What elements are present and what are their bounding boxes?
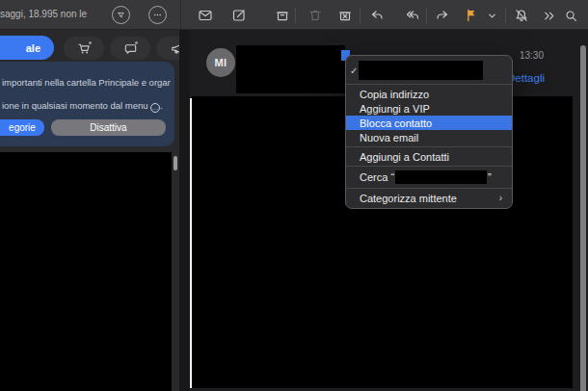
tab-transactions[interactable] xyxy=(64,37,104,60)
mail-window: saggi, 18.995 non letti xyxy=(0,0,588,391)
forward-icon[interactable] xyxy=(433,6,452,25)
trash-icon[interactable] xyxy=(306,6,325,25)
menu-separator xyxy=(346,84,512,85)
mark-email-icon[interactable] xyxy=(196,6,215,25)
mailbox-status-text: saggi, 18.995 non letti xyxy=(0,9,87,19)
menu-item-add-vip[interactable]: Aggiungi a VIP xyxy=(346,101,512,116)
menu-separator xyxy=(346,188,512,189)
menu-separator xyxy=(346,146,512,147)
menu-item-copy-address[interactable]: Copia indirizzo xyxy=(346,87,512,101)
more-options-icon[interactable] xyxy=(148,6,167,24)
menu-item-block-contact[interactable]: Blocca contatto xyxy=(346,116,512,130)
redacted-search-term xyxy=(395,170,487,184)
notification-dot xyxy=(89,41,92,44)
flag-icon[interactable] xyxy=(462,6,481,25)
tab-updates[interactable] xyxy=(110,37,150,60)
menu-item-search-sender[interactable]: Cerca “ ” xyxy=(346,169,512,186)
notification-dot xyxy=(135,41,138,44)
menu-item-new-email[interactable]: Nuova email xyxy=(346,130,512,144)
menu-item-sender-address[interactable]: ✓ xyxy=(346,59,512,82)
flag-chevron-down-icon[interactable] xyxy=(486,6,497,25)
toolbar-separator xyxy=(426,8,427,23)
sender-context-menu: ✓ Copia indirizzo Aggiungi a VIP Blocca … xyxy=(345,55,513,209)
checkmark-icon: ✓ xyxy=(350,65,359,76)
mute-bell-icon[interactable] xyxy=(512,6,531,25)
filter-icon[interactable] xyxy=(112,6,130,24)
redacted-menu-address xyxy=(359,61,483,80)
toolbar-pane-divider xyxy=(180,0,181,30)
double-chevron-right-icon[interactable] xyxy=(539,6,558,25)
redacted-sender-info xyxy=(236,45,345,93)
redacted-message-list xyxy=(0,152,172,391)
use-categories-button[interactable]: egorie xyxy=(0,119,44,136)
pane-divider[interactable] xyxy=(179,30,190,391)
compose-icon[interactable] xyxy=(229,6,249,25)
chevron-right-icon: › xyxy=(499,193,502,203)
toolbar-separator xyxy=(505,8,506,23)
banner-line2: ione in qualsiasi momento dal menu …. xyxy=(2,100,171,113)
menu-separator xyxy=(346,166,512,167)
toolbar-separator xyxy=(360,8,361,23)
message-list-pane: ale importanti nella cartella Principale… xyxy=(0,30,179,391)
reply-all-icon[interactable] xyxy=(403,6,422,25)
list-scrollbar[interactable] xyxy=(174,156,177,170)
disable-button[interactable]: Disattiva xyxy=(51,119,166,136)
menu-item-categorize-sender[interactable]: Categorizza mittente › xyxy=(346,191,512,205)
archive-icon[interactable] xyxy=(273,6,292,25)
reply-icon[interactable] xyxy=(367,6,387,25)
menu-item-add-contacts[interactable]: Aggiungi a Contatti xyxy=(346,149,512,164)
search-icon[interactable] xyxy=(561,6,580,25)
toolbar: saggi, 18.995 non letti xyxy=(0,0,588,30)
banner-line1: importanti nella cartella Principale e o… xyxy=(2,77,171,88)
message-scrollbar[interactable] xyxy=(580,45,586,391)
tab-principale[interactable]: ale xyxy=(0,36,54,60)
toolbar-separator xyxy=(295,8,296,23)
message-time: 13:30 xyxy=(520,50,544,61)
categories-banner: importanti nella cartella Principale e o… xyxy=(0,62,174,146)
more-circle-icon: … xyxy=(150,103,160,113)
tab-principale-label: ale xyxy=(26,42,40,54)
sender-avatar: MI xyxy=(206,48,235,77)
tab-promotions[interactable] xyxy=(156,37,179,60)
junk-icon[interactable] xyxy=(335,6,355,25)
megaphone-icon xyxy=(170,41,180,56)
